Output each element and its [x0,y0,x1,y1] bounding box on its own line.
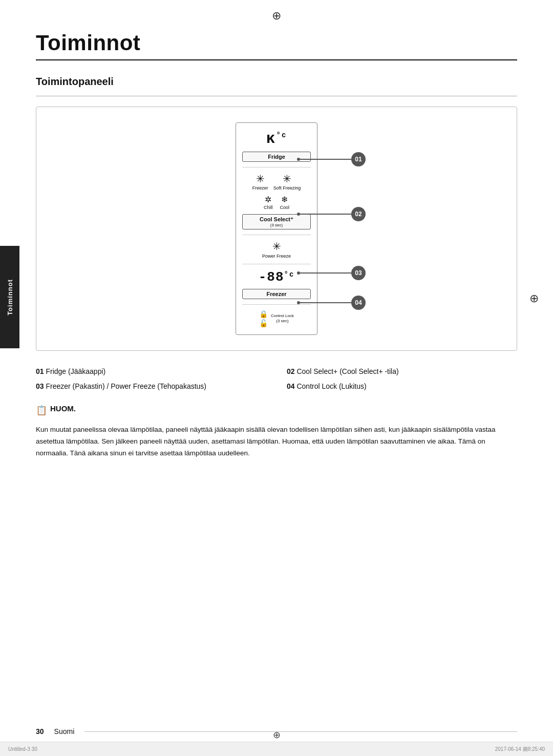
footer-page-number: 30 [36,727,44,736]
bottom-bar: Untitled-3 30 2017-06-14 圖8:25:40 [0,742,553,756]
freezer-display: -88 °c [259,269,295,285]
desc-02: 02 Cool Select+ (Cool Select+ -tila) [287,366,517,377]
control-lock-label: Control Lock [271,313,294,319]
fridge-digit: ĸ [266,130,276,148]
footer-line [84,731,517,732]
sidebar-tab: Toiminnot [0,246,19,348]
note-body: Kun muutat paneelissa olevaa lämpötilaa,… [36,424,517,459]
callout-02-line [300,214,351,215]
panel-divider-3 [242,264,311,264]
callout-03-number: 03 [351,266,366,280]
freezer-celsius: °c [284,270,295,279]
soft-freezing-icon: ✳ [283,173,291,185]
control-lock-block: Control Lock (3 sec) [271,313,294,323]
fridge-celsius: °c [276,131,287,139]
top-crosshair-icon: ⊕ [272,9,281,23]
chill-star-icon: ✲ [265,195,271,204]
note-icon: 📋 [36,405,47,416]
lock-icons-col: 🔒 🔓 [259,310,268,327]
power-freeze-label: Power Freeze [262,254,291,259]
freezer-icons-row: ✳ Freezer ✳ Soft Freezing [242,173,311,191]
callout-02-number: 02 [351,207,366,221]
footer: 30 Suomi [36,727,517,736]
cool-label: Cool [280,205,290,210]
section-divider [36,96,517,96]
desc-04: 04 Control Lock (Lukitus) [287,381,517,392]
sidebar-label: Toiminnot [6,279,14,316]
freezer-icon-block: ✳ Freezer [252,173,268,191]
control-lock-sub: (3 sec) [276,319,288,324]
desc-02-num: 02 [287,367,295,375]
panel-diagram: ĸ °c Fridge ✳ Freezer ✳ Soft Freezing [36,107,517,351]
note-box: 📋 HUOM. [36,404,517,416]
right-crosshair-icon: ⊕ [529,292,539,305]
bottom-bar-left: Untitled-3 30 [8,746,37,752]
footer-language: Suomi [54,727,75,736]
chill-label: Chill [264,205,273,210]
panel-divider-1 [242,167,311,167]
soft-freezing-icon-block: ✳ Soft Freezing [273,173,301,191]
desc-01-num: 01 [36,367,44,375]
lock-row: 🔒 🔓 Control Lock (3 sec) [259,310,294,327]
desc-01: 01 Fridge (Jääkaappi) [36,366,266,377]
cool-icon-block: ❄ Cool [280,195,290,210]
callout-02: 02 [297,207,366,221]
power-freeze-icon: ✳ [272,240,281,253]
freezer-snowflake-icon: ✳ [256,173,265,185]
freezer-icon-label: Freezer [252,185,268,191]
callout-03: 03 [297,266,366,280]
note-title: HUOM. [50,404,76,413]
callout-01: 01 [297,152,366,166]
main-content: Toiminnot Toimintopaneeli ĸ °c Fridge ✳ … [36,31,517,459]
desc-03-num: 03 [36,382,44,390]
panel-divider-2 [242,235,311,235]
section-heading: Toimintopaneeli [36,76,517,88]
bottom-bar-right: 2017-06-14 圖8:25:40 [495,746,545,753]
desc-03: 03 Freezer (Pakastin) / Power Freeze (Te… [36,381,266,392]
callout-03-line [300,272,351,274]
callout-04-number: 04 [351,296,366,310]
chill-icon-block: ✲ Chill [264,195,273,210]
desc-04-num: 04 [287,382,295,390]
page-title: Toiminnot [36,31,517,55]
callout-04-line [300,302,351,303]
power-freeze-row: ✳ Power Freeze [262,240,291,259]
freezer-digit: -88 [259,269,284,285]
lock-open-icon: 🔓 [259,319,268,327]
cool-select-sub: (3 sec) [247,223,306,227]
callout-01-line [300,159,351,160]
soft-freezing-label: Soft Freezing [273,185,301,191]
lock-closed-icon: 🔒 [259,310,268,318]
cool-snowflake-icon: ❄ [281,195,288,204]
descriptions-grid: 01 Fridge (Jääkaappi) 02 Cool Select+ (C… [36,366,517,392]
callout-01-number: 01 [351,152,366,166]
title-divider [36,59,517,60]
callout-04: 04 [297,296,366,310]
fridge-display: ĸ °c [266,130,287,148]
